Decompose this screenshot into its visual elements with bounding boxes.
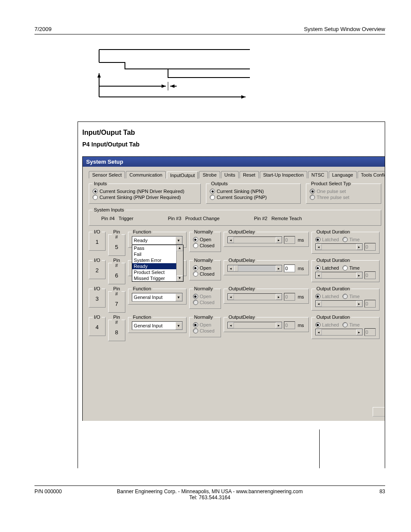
system-inputs-group: System Inputs Pin #4 Trigger Pin #3 Prod…: [89, 207, 381, 226]
normally-closed-radio[interactable]: Closed: [193, 271, 217, 277]
list-item[interactable]: System Error: [132, 257, 183, 263]
arrow-right-icon: ►: [356, 272, 362, 278]
function-listbox[interactable]: PassFailSystem ErrorReadyProduct SelectM…: [132, 245, 184, 282]
duration-time-radio[interactable]: Time: [342, 265, 360, 271]
arrow-left-icon: ◄: [316, 329, 322, 335]
system-setup-window: System Setup Sensor SelectCommunicationI…: [82, 156, 385, 421]
scroll-down-icon[interactable]: ▼: [177, 275, 183, 281]
inputs-legend: Inputs: [93, 181, 108, 186]
radio-icon: [210, 189, 215, 194]
duration-value: 0: [364, 300, 376, 308]
inputs-sinking-radio[interactable]: Current Sinking (PNP Driver Required): [93, 195, 197, 200]
ms-label: ms: [297, 323, 305, 328]
arrow-right-icon[interactable]: ►: [276, 265, 282, 271]
arrow-right-icon: ►: [276, 322, 282, 328]
delay-value[interactable]: 0: [284, 264, 295, 272]
function-cell: Function General Input ▼: [128, 314, 187, 333]
list-item[interactable]: Ready: [132, 263, 183, 269]
tab-communication[interactable]: Communication: [126, 171, 165, 178]
scroll-up-icon[interactable]: ▲: [177, 245, 183, 251]
chevron-down-icon[interactable]: ▼: [175, 236, 182, 244]
normally-open-radio[interactable]: Open: [193, 237, 217, 242]
output-duration-cell: Output Duration Latched Time ◄ ► 0: [311, 286, 380, 311]
radio-icon: [210, 195, 215, 200]
tab-strobe[interactable]: Strobe: [199, 171, 220, 178]
chevron-down-icon[interactable]: ▼: [175, 293, 182, 301]
system-inputs-legend: System Inputs: [93, 207, 125, 212]
tab-inputoutput[interactable]: InputOutput: [167, 171, 199, 179]
inputs-sourcing-radio[interactable]: Current Sourcing (NPN Driver Required): [93, 189, 197, 194]
footer-center-1: Banner Engineering Corp. - Minneapolis, …: [117, 488, 303, 495]
tab-tools-configurat[interactable]: Tools Configurat: [358, 171, 385, 178]
pst-legend: Product Select Typ: [310, 181, 352, 186]
pin3-value: Product Change: [185, 216, 220, 221]
outputs-sinking-radio[interactable]: Current Sinking (NPN): [210, 189, 297, 194]
radio-icon: [315, 265, 321, 271]
delay-slider[interactable]: ◄ ►: [227, 265, 282, 272]
io-row-4: I/O4 Pin #8 Function General Input ▼ Nor…: [89, 314, 381, 341]
list-item[interactable]: Pass: [132, 245, 183, 251]
arrow-right-icon: ►: [356, 329, 362, 335]
radio-icon: [342, 322, 348, 327]
slider-thumb[interactable]: [234, 265, 238, 271]
radio-icon: [310, 195, 315, 200]
output-duration-cell: Output Duration Latched Time ◄ ► 0: [311, 229, 380, 254]
radio-label: Current Sourcing (NPN Driver Required): [100, 189, 184, 194]
duration-latched-radio: Latched: [315, 237, 339, 242]
duration-slider: ◄ ►: [315, 300, 363, 307]
function-dropdown[interactable]: Ready ▼: [132, 236, 183, 245]
normally-closed-radio[interactable]: Closed: [193, 243, 217, 248]
pin-cell: Pin #8: [108, 314, 125, 341]
normally-cell: Normally Open Closed: [189, 314, 221, 337]
arrow-right-icon: ►: [356, 244, 362, 250]
function-cell: Function Ready ▼ PassFailSystem ErrorRea…: [128, 229, 187, 248]
normally-closed-radio: Closed: [193, 328, 217, 333]
tab-language[interactable]: Language: [329, 171, 357, 178]
io-cell: I/O2: [89, 258, 106, 279]
outputs-group: Outputs Current Sinking (NPN) Current So…: [206, 181, 301, 204]
svg-marker-7: [170, 84, 174, 88]
radio-icon: [342, 294, 348, 299]
radio-icon: [193, 237, 198, 242]
tab-reset[interactable]: Reset: [240, 171, 259, 178]
function-dropdown[interactable]: General Input ▼: [132, 293, 183, 302]
footer-center-2: Tel: 763.544.3164: [189, 495, 230, 501]
ms-label: ms: [297, 294, 305, 299]
io-row-1: I/O1 Pin #5 Function Ready ▼ PassFailSys…: [89, 229, 381, 256]
pst-three-pulse-radio: Three pulse set: [310, 195, 377, 200]
io-cell: I/O1: [89, 229, 106, 251]
tab-units[interactable]: Units: [221, 171, 239, 178]
duration-latched-radio: Latched: [315, 322, 339, 327]
pin2-value: Remote Teach: [271, 216, 302, 221]
output-delay-cell: OutputDelay ◄ ► 0 ms: [224, 286, 309, 304]
ok-button[interactable]: [373, 407, 385, 417]
outputs-legend: Outputs: [210, 181, 229, 186]
radio-icon: [193, 328, 198, 333]
pin4-value: Trigger: [118, 216, 133, 221]
radio-icon: [193, 322, 198, 327]
tab-ntsc[interactable]: NTSC: [308, 171, 328, 178]
svg-marker-5: [162, 84, 166, 88]
header-title: System Setup Window Overview: [304, 26, 385, 32]
normally-closed-radio: Closed: [193, 300, 217, 305]
radio-icon: [315, 322, 321, 327]
tab-sensor-select[interactable]: Sensor Select: [89, 171, 125, 178]
normally-open-radio: Open: [193, 322, 217, 327]
radio-label: One pulse set: [317, 189, 346, 194]
product-select-type-group: Product Select Typ One pulse set Three p…: [306, 181, 381, 204]
list-item[interactable]: Missed Trigger: [132, 275, 183, 281]
output-delay-cell: OutputDelay ◄ ► 0 ms: [224, 258, 309, 275]
radio-icon: [315, 294, 321, 299]
arrow-left-icon: ◄: [316, 272, 322, 278]
list-item[interactable]: Fail: [132, 251, 183, 257]
list-item[interactable]: Product Select: [132, 269, 183, 275]
arrow-left-icon[interactable]: ◄: [228, 265, 234, 271]
chevron-down-icon[interactable]: ▼: [175, 322, 182, 330]
tab-start-up-inspection[interactable]: Start-Up Inspection: [260, 171, 307, 178]
normally-open-radio[interactable]: Open: [193, 265, 217, 271]
duration-latched-radio[interactable]: Latched: [315, 265, 339, 271]
footer-page: 83: [380, 488, 385, 495]
function-dropdown[interactable]: General Input ▼: [132, 321, 183, 330]
outputs-sourcing-radio[interactable]: Current Sourcing (PNP): [210, 195, 297, 200]
arrow-left-icon: ◄: [316, 301, 322, 307]
